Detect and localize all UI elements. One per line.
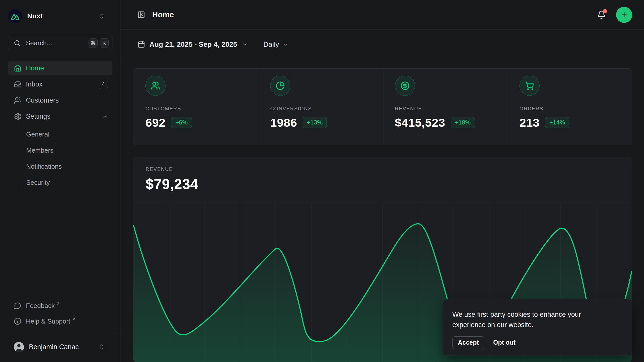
stat-delta-badge: +6% xyxy=(171,117,192,128)
pie-chart-icon xyxy=(270,76,290,96)
stats-card: CUSTOMERS 692 +6% CONVERSIONS 1986 +13% xyxy=(133,68,632,145)
stat-label: ORDERS xyxy=(519,106,632,112)
sidebar-subitem-label: Members xyxy=(26,147,53,154)
revenue-chart-value: $79,234 xyxy=(146,176,632,192)
stat-label: REVENUE xyxy=(395,106,507,112)
sidebar-subitem-label: Security xyxy=(26,179,50,187)
dollar-circle-icon xyxy=(395,76,415,96)
stat-customers[interactable]: CUSTOMERS 692 +6% xyxy=(133,69,258,145)
notifications-bell-button[interactable] xyxy=(597,10,606,19)
search-input[interactable]: Search... ⌘ K xyxy=(8,36,112,50)
gear-icon xyxy=(14,113,22,120)
inbox-count-badge: 4 xyxy=(99,80,108,89)
stat-orders[interactable]: ORDERS 213 +14% xyxy=(507,69,632,145)
chevron-up-down-icon xyxy=(98,13,105,19)
external-link-icon xyxy=(72,317,76,321)
sidebar-item-inbox[interactable]: Inbox 4 xyxy=(8,77,112,92)
workspace-switcher[interactable]: Nuxt xyxy=(8,9,112,23)
users-icon xyxy=(145,76,166,96)
stat-value: $415,523 xyxy=(395,116,445,129)
page-title: Home xyxy=(152,10,597,19)
sidebar-item-home[interactable]: Home xyxy=(8,61,112,75)
kbd-cmd: ⌘ xyxy=(89,38,98,48)
topbar: Home xyxy=(121,0,644,30)
stat-value: 213 xyxy=(519,116,540,129)
sidebar-subitem-label: General xyxy=(26,130,50,138)
add-button[interactable] xyxy=(616,7,632,23)
workspace-name: Nuxt xyxy=(27,12,98,20)
avatar xyxy=(14,342,24,352)
sidebar-item-notifications[interactable]: Notifications xyxy=(26,158,112,174)
help-support-label: Help & Support xyxy=(26,318,70,325)
notification-dot xyxy=(603,9,607,13)
sidebar-subitem-label: Notifications xyxy=(26,163,62,170)
revenue-chart-header: REVENUE $79,234 xyxy=(133,157,632,192)
sidebar-item-label: Customers xyxy=(26,97,108,104)
sidebar-item-members[interactable]: Members xyxy=(26,142,112,158)
calendar-icon xyxy=(137,40,145,48)
search-placeholder: Search... xyxy=(26,39,87,47)
sidebar-item-general[interactable]: General xyxy=(26,126,112,142)
accept-button[interactable]: Accept xyxy=(452,336,484,349)
shopping-cart-icon xyxy=(519,76,540,96)
stat-revenue[interactable]: REVENUE $415,523 +18% xyxy=(383,69,507,145)
stat-label: CONVERSIONS xyxy=(270,106,382,112)
feedback-link[interactable]: Feedback xyxy=(8,298,112,313)
external-link-icon xyxy=(56,301,60,306)
granularity-select[interactable]: Daily xyxy=(263,40,289,49)
user-menu[interactable]: Benjamin Canac xyxy=(8,339,112,355)
cookie-actions: Accept Opt out xyxy=(452,336,623,349)
users-icon xyxy=(14,97,22,104)
info-circle-icon xyxy=(14,318,21,325)
chevron-down-icon xyxy=(242,41,248,48)
sidebar-item-label: Settings xyxy=(26,113,102,120)
chevron-down-icon xyxy=(283,41,289,48)
plus-icon xyxy=(620,11,628,19)
filterbar: Aug 21, 2025 - Sep 4, 2025 Daily xyxy=(121,30,644,59)
chevron-up-icon xyxy=(102,113,108,119)
stat-delta-badge: +18% xyxy=(451,117,475,128)
sidebar-divider xyxy=(0,334,120,334)
collapse-sidebar-icon[interactable] xyxy=(137,11,145,19)
kbd-k: K xyxy=(100,38,109,48)
chevron-up-down-icon xyxy=(98,344,105,350)
sidebar: Nuxt Search... ⌘ K Home Inbox 4 xyxy=(0,0,121,362)
inbox-icon xyxy=(14,80,22,88)
granularity-value: Daily xyxy=(263,40,279,49)
sidebar-item-customers[interactable]: Customers xyxy=(8,93,112,108)
search-icon xyxy=(14,40,20,46)
date-range-picker[interactable]: Aug 21, 2025 - Sep 4, 2025 xyxy=(137,40,248,49)
help-support-link[interactable]: Help & Support xyxy=(8,313,112,329)
sidebar-spacer xyxy=(8,192,112,298)
sidebar-item-settings[interactable]: Settings xyxy=(8,109,112,124)
sidebar-item-label: Home xyxy=(26,64,108,72)
user-name: Benjamin Canac xyxy=(29,343,98,351)
stat-delta-badge: +13% xyxy=(303,117,327,128)
cookie-message: We use first-party cookies to enhance yo… xyxy=(452,309,603,330)
stat-conversions[interactable]: CONVERSIONS 1986 +13% xyxy=(258,69,382,145)
message-circle-icon xyxy=(14,302,21,309)
sidebar-item-security[interactable]: Security xyxy=(26,174,112,191)
stat-label: CUSTOMERS xyxy=(145,106,258,112)
sidebar-nav: Home Inbox 4 Customers Settings xyxy=(8,61,112,192)
revenue-chart-label: REVENUE xyxy=(146,166,632,172)
cookie-banner: We use first-party cookies to enhance yo… xyxy=(443,299,632,355)
sidebar-item-label: Inbox xyxy=(26,80,99,88)
stat-value: 692 xyxy=(145,116,166,129)
stat-delta-badge: +14% xyxy=(545,117,569,128)
feedback-label: Feedback xyxy=(26,302,55,310)
nuxt-logo-icon xyxy=(8,9,22,23)
opt-out-button[interactable]: Opt out xyxy=(492,337,516,349)
stat-value: 1986 xyxy=(270,116,297,129)
date-range-value: Aug 21, 2025 - Sep 4, 2025 xyxy=(149,40,237,49)
house-icon xyxy=(14,64,22,72)
settings-subnav: General Members Notifications Security xyxy=(19,126,112,191)
